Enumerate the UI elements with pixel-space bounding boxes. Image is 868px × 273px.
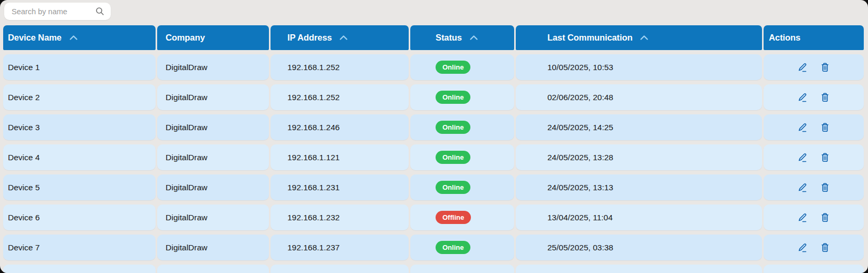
column-header-actions: Actions	[764, 25, 864, 50]
edit-button[interactable]	[797, 242, 808, 253]
trash-icon	[819, 62, 831, 73]
trash-icon	[819, 182, 831, 193]
company-cell: DigitalDraw	[157, 144, 269, 170]
pencil-icon	[797, 92, 808, 103]
table-body: Device 1 DigitalDraw 192.168.1.252 Onlin…	[0, 54, 868, 260]
company-cell: DigitalDraw	[157, 204, 269, 230]
status-cell: Online	[410, 84, 514, 110]
ip-address-cell: 192.168.1.232	[271, 204, 409, 230]
edit-button[interactable]	[797, 62, 808, 73]
edit-button[interactable]	[797, 182, 808, 193]
trash-icon	[819, 152, 831, 163]
last-communication: 10/05/2025, 10:53	[547, 63, 613, 72]
status-cell: Online	[410, 235, 514, 260]
trash-icon	[819, 92, 831, 103]
actions-cell	[764, 204, 864, 230]
status-badge: Online	[436, 241, 470, 254]
device-name-cell: Device 3	[3, 114, 156, 140]
last-communication: 24/05/2025, 13:13	[547, 183, 613, 192]
actions-cell	[764, 54, 864, 80]
column-header-label: Company	[166, 33, 205, 43]
status-badge: Online	[436, 151, 470, 164]
device-name: Device 6	[8, 213, 40, 222]
ip-address: 192.168.1.237	[287, 243, 340, 252]
status-badge: Offline	[436, 211, 471, 224]
search-bar	[0, 0, 868, 25]
column-header-label: Actions	[769, 33, 801, 43]
delete-button[interactable]	[819, 212, 831, 223]
delete-button[interactable]	[819, 182, 831, 193]
pencil-icon	[797, 62, 808, 73]
ip-address: 192.168.1.231	[287, 183, 340, 192]
device-name-cell: Device 6	[3, 204, 156, 230]
status-cell: Online	[410, 114, 514, 140]
ip-address-cell: 192.168.1.246	[271, 114, 409, 140]
device-name: Device 2	[8, 93, 40, 102]
ip-address-cell: 192.168.1.121	[271, 144, 409, 170]
ip-address: 192.168.1.252	[287, 63, 340, 72]
device-name: Device 7	[8, 243, 40, 252]
status-cell: Online	[410, 174, 514, 200]
column-header-label: Last Communication	[547, 33, 632, 43]
delete-button[interactable]	[819, 122, 831, 133]
delete-button[interactable]	[819, 242, 831, 253]
delete-button[interactable]	[819, 92, 831, 103]
ip-address: 192.168.1.121	[287, 153, 340, 162]
column-header-label: Device Name	[8, 33, 62, 43]
column-header-label: Status	[436, 33, 462, 43]
actions-cell	[764, 235, 864, 260]
trash-icon	[819, 242, 831, 253]
table-row: Device 2 DigitalDraw 192.168.1.252 Onlin…	[0, 84, 868, 110]
column-header-device-name[interactable]: Device Name	[3, 25, 156, 50]
column-header-company: Company	[157, 25, 269, 50]
company-cell: DigitalDraw	[157, 235, 269, 260]
company-cell: DigitalDraw	[157, 174, 269, 200]
company: DigitalDraw	[166, 243, 207, 252]
table-row: Device 3 DigitalDraw 192.168.1.246 Onlin…	[0, 114, 868, 140]
device-name-cell: Device 7	[3, 235, 156, 260]
search-input[interactable]	[12, 7, 95, 16]
column-header-last-communication[interactable]: Last Communication	[516, 25, 762, 50]
company: DigitalDraw	[166, 213, 207, 222]
status-cell: Offline	[410, 204, 514, 230]
company-cell: DigitalDraw	[157, 114, 269, 140]
sort-chevron-up-icon	[640, 35, 649, 41]
last-communication-cell: 24/05/2025, 13:13	[516, 174, 762, 200]
company: DigitalDraw	[166, 63, 207, 72]
device-name-cell: Device 1	[3, 54, 156, 80]
status-badge: Online	[436, 181, 470, 194]
last-communication-cell: 13/04/2025, 11:04	[516, 204, 762, 230]
sort-chevron-up-icon	[469, 35, 478, 41]
search-box[interactable]	[4, 3, 111, 20]
device-name: Device 1	[8, 63, 40, 72]
pencil-icon	[797, 152, 808, 163]
device-name: Device 5	[8, 183, 40, 192]
pencil-icon	[797, 242, 808, 253]
table-header: Device Name Company IP Address Status La…	[0, 25, 868, 50]
ip-address-cell: 192.168.1.252	[271, 84, 409, 110]
last-communication-cell: 25/05/2025, 03:38	[516, 235, 762, 260]
edit-button[interactable]	[797, 122, 808, 133]
last-communication: 24/05/2025, 13:28	[547, 153, 613, 162]
search-icon	[95, 7, 104, 16]
status-badge: Online	[436, 121, 470, 134]
company-cell: DigitalDraw	[157, 84, 269, 110]
column-header-ip-address[interactable]: IP Address	[271, 25, 409, 50]
edit-button[interactable]	[797, 92, 808, 103]
delete-button[interactable]	[819, 62, 831, 73]
last-communication-cell: 02/06/2025, 20:48	[516, 84, 762, 110]
table-row: Device 6 DigitalDraw 192.168.1.232 Offli…	[0, 204, 868, 230]
table-row: Device 1 DigitalDraw 192.168.1.252 Onlin…	[0, 54, 868, 80]
device-table-page: Device Name Company IP Address Status La…	[0, 0, 868, 273]
delete-button[interactable]	[819, 152, 831, 163]
edit-button[interactable]	[797, 212, 808, 223]
ip-address-cell: 192.168.1.252	[271, 54, 409, 80]
last-communication: 02/06/2025, 20:48	[547, 93, 613, 102]
pencil-icon	[797, 122, 808, 133]
last-communication: 13/04/2025, 11:04	[547, 213, 613, 222]
column-header-status[interactable]: Status	[410, 25, 514, 50]
sort-chevron-up-icon	[69, 35, 78, 41]
actions-cell	[764, 114, 864, 140]
edit-button[interactable]	[797, 152, 808, 163]
device-name-cell: Device 4	[3, 144, 156, 170]
